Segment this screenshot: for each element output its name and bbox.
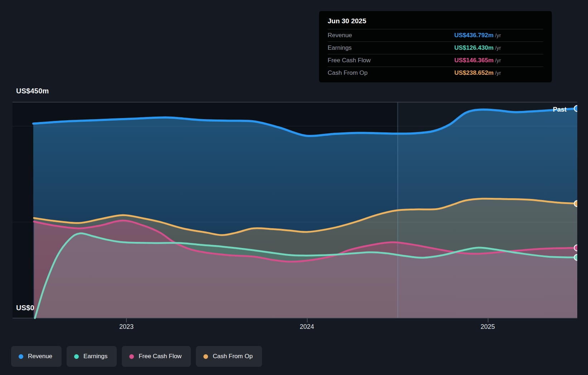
tooltip-label: Free Cash Flow [328,57,371,64]
end-marker-earnings [574,254,577,260]
legend-label: Free Cash Flow [139,353,182,360]
tooltip-label: Cash From Op [328,69,367,77]
tooltip-value-group: US$126.430m/yr [454,44,501,52]
x-tick-label-2025: 2025 [481,323,495,331]
tooltip-suffix: /yr [495,70,501,76]
legend-label: Earnings [83,353,107,360]
legend-chip-cash-from-op[interactable]: Cash From Op [196,346,262,367]
free-cash-flow-dot-icon [129,354,134,359]
tooltip-value: US$146.365m [454,57,494,64]
legend-chip-earnings[interactable]: Earnings [67,346,117,367]
tooltip-value-group: US$146.365m/yr [454,57,501,64]
y-axis-label-zero: US$0 [16,304,34,312]
past-earnings-chart-panel: US$450m US$0 2023 2024 2025 Past Jun 30 … [0,0,588,375]
earnings-dot-icon [74,354,79,359]
x-tick-label-2024: 2024 [300,323,314,331]
end-marker-revenue [574,106,577,112]
tooltip-label: Revenue [328,32,352,39]
tooltip-suffix: /yr [495,57,501,63]
tooltip-value-group: US$238.652m/yr [454,69,501,77]
tooltip-row-free-cash-flow: Free Cash Flow US$146.365m/yr [328,54,543,67]
legend-label: Cash From Op [213,353,252,360]
legend-chip-revenue[interactable]: Revenue [11,346,62,367]
tooltip-row-revenue: Revenue US$436.792m/yr [328,29,543,42]
tooltip-row-cash-from-op: Cash From Op US$238.652m/yr [328,67,543,79]
tooltip-label: Earnings [328,44,352,52]
y-axis-label-top: US$450m [16,87,49,95]
revenue-dot-icon [19,354,23,359]
chart-tooltip: Jun 30 2025 Revenue US$436.792m/yr Earni… [319,11,552,82]
tooltip-value-group: US$436.792m/yr [454,32,501,39]
past-region-label: Past [553,106,567,113]
tooltip-row-earnings: Earnings US$126.430m/yr [328,42,543,54]
legend-label: Revenue [28,353,52,360]
cash-from-op-dot-icon [203,354,208,359]
x-tick-label-2023: 2023 [119,323,134,331]
tooltip-suffix: /yr [495,32,501,38]
x-axis-ticks [126,318,488,323]
chart-legend: Revenue Earnings Free Cash Flow Cash Fro… [11,346,262,367]
end-marker-cash-from-op [574,200,577,206]
tooltip-value: US$436.792m [454,32,494,39]
tooltip-value: US$238.652m [454,69,494,76]
end-marker-free-cash-flow [574,245,577,251]
tooltip-value: US$126.430m [454,44,494,51]
tooltip-suffix: /yr [495,45,501,51]
legend-chip-free-cash-flow[interactable]: Free Cash Flow [122,346,191,367]
tooltip-date: Jun 30 2025 [328,16,543,29]
